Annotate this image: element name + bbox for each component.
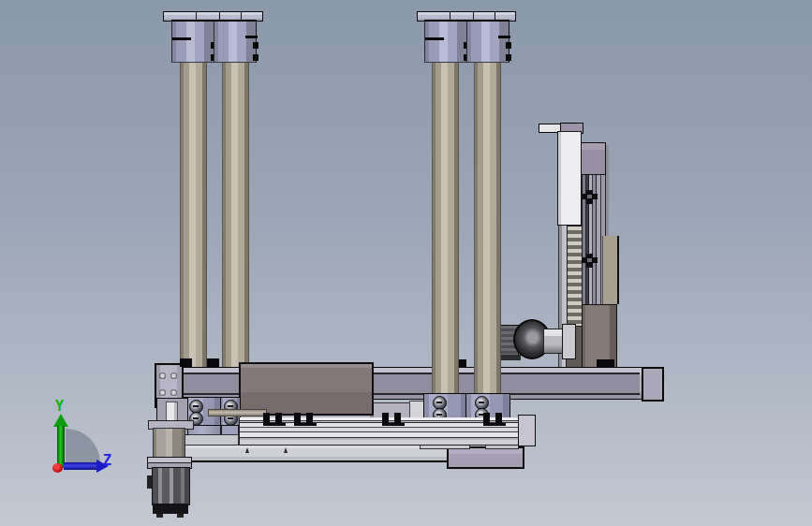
base-step-light-left (176, 434, 239, 446)
rail-carriage-bolt-3 (382, 413, 405, 426)
motor-end-cap (153, 504, 188, 514)
beam-right-end-cap (642, 367, 664, 402)
beam-left-cap-bolt-2 (170, 373, 177, 379)
actuator-cross-fastener-lower (582, 254, 598, 268)
actuator-ballscrew-ladder (567, 226, 583, 328)
beam-top-bolt-2 (207, 358, 219, 367)
rail-end-plate (518, 415, 536, 446)
actuator-guide-column (602, 236, 619, 304)
cylinder-housing-2 (214, 20, 257, 63)
cylinder-housing-1 (171, 20, 214, 63)
z-motor-mount-plate (562, 324, 576, 359)
base-plate (155, 444, 450, 462)
motor-foot-2 (177, 514, 184, 518)
cylinder-rod-1 (180, 59, 207, 401)
triad-arc (66, 429, 100, 463)
axis-x-origin-icon (52, 463, 63, 473)
actuator-motor-panel (581, 142, 606, 175)
cylinder-rod-3 (432, 59, 459, 396)
rail-carriage-bolt-1 (263, 413, 286, 426)
triad: Y Z (37, 398, 159, 501)
beam-top-bolt-1 (180, 358, 192, 367)
rail-carriage-bolt-4 (483, 413, 506, 426)
axis-z-label: Z (103, 452, 111, 469)
gearbox-block (239, 362, 374, 416)
cad-viewport[interactable]: Y Z (0, 0, 812, 526)
axis-z-shaft-icon (64, 462, 96, 470)
cylinder-housing-3 (424, 20, 467, 63)
rail-carriage-bolt-2 (294, 413, 317, 426)
cylinder-housing-4 (466, 20, 509, 63)
connecting-rod-thin (208, 409, 267, 416)
cylinder-rod-4 (474, 59, 501, 396)
axis-y-label: Y (55, 398, 64, 415)
actuator-white-plate (557, 131, 582, 226)
beam-left-cap-bolt-1 (159, 373, 166, 379)
axis-y-arrowhead-icon (53, 414, 68, 427)
beam-left-cap-bolt-4 (170, 389, 177, 396)
beam-left-cap-bolt-3 (159, 389, 166, 396)
actuator-cross-fastener-upper (582, 190, 598, 204)
motor-foot-1 (156, 514, 163, 518)
beam-top-bolt-4 (597, 359, 614, 367)
base-step-purple (447, 446, 524, 469)
cylinder-rod-2 (222, 59, 249, 401)
